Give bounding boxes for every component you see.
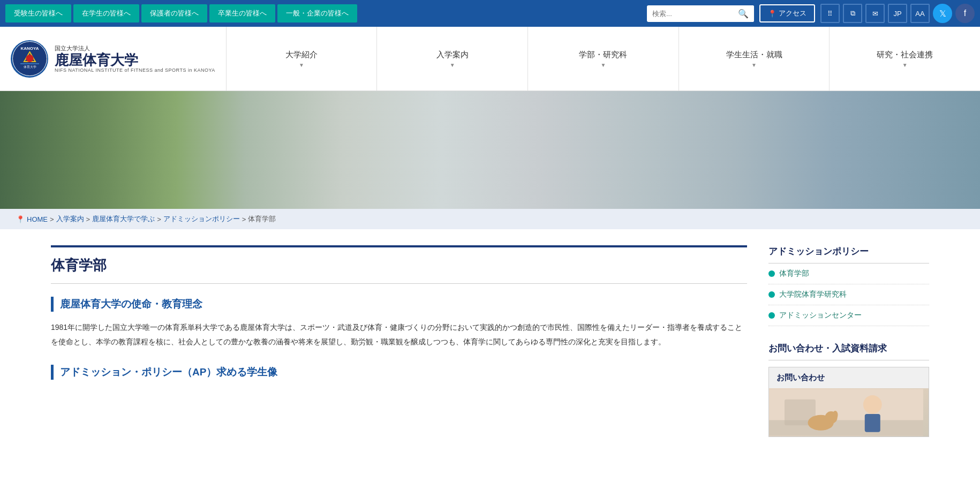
content-divider <box>51 283 747 284</box>
breadcrumb: 📍 HOME > 入学案内 > 鹿屋体育大学で学ぶ > アドミッションポリシー … <box>0 209 980 229</box>
top-nav: 受験生の皆様へ 在学生の皆様へ 保護者の皆様へ 卒業生の皆様へ 一般・企業の皆様… <box>5 4 640 22</box>
search-button[interactable]: 🔍 <box>733 5 754 22</box>
access-button[interactable]: 📍 アクセス <box>759 4 815 22</box>
main-layout: 体育学部 鹿屋体育大学の使命・教育理念 1981年に開学した国立大学唯一の体育系… <box>35 229 945 469</box>
sidebar-link-center[interactable]: アドミッションセンター <box>779 311 862 320</box>
section2-heading-text: アドミッション・ポリシー（AP）求める学生像 <box>60 365 277 379</box>
chevron-down-icon: ▼ <box>600 62 606 68</box>
nav-about[interactable]: 大学紹介 ▼ <box>226 27 377 91</box>
sidebar-link-pe[interactable]: 体育学部 <box>779 269 809 278</box>
location-icon: 📍 <box>768 10 777 18</box>
sidebar: アドミッションポリシー 体育学部 大学院体育学研究科 アドミッションセンター お… <box>768 245 929 453</box>
sidebar-contact-header: お問い合わせ <box>769 367 929 388</box>
section-heading-bar <box>51 297 54 312</box>
chevron-down-icon: ▼ <box>751 62 757 68</box>
bullet-dot <box>768 312 775 319</box>
content-title-bar: 体育学部 <box>51 245 747 275</box>
search-area: 🔍 <box>647 5 754 22</box>
svg-text:KANOYA: KANOYA <box>20 46 39 51</box>
list-item: アドミッションセンター <box>768 305 929 326</box>
hero-background: Admission 入学案内 <box>0 91 980 209</box>
chevron-down-icon: ▼ <box>902 62 908 68</box>
nav-admission[interactable]: 入学案内 ▼ <box>376 27 527 91</box>
breadcrumb-learn[interactable]: 鹿屋体育大学で学ぶ <box>92 214 155 224</box>
university-name: 鹿屋体育大学 <box>55 52 215 68</box>
top-bar: 受験生の皆様へ 在学生の皆様へ 保護者の皆様へ 卒業生の皆様へ 一般・企業の皆様… <box>0 0 980 27</box>
top-icons: ⠿ ⧉ ✉ JP AA 𝕏 f <box>820 4 975 23</box>
section1-body: 1981年に開学した国立大学唯一の体育系単科大学である鹿屋体育大学は、スポーツ・… <box>51 320 747 349</box>
svg-text:体育大学: 体育大学 <box>23 65 36 69</box>
sidebar-policy-section: アドミッションポリシー 体育学部 大学院体育学研究科 アドミッションセンター <box>768 245 929 326</box>
copy-icon-btn[interactable]: ⧉ <box>843 4 862 23</box>
nav-research[interactable]: 研究・社会連携 ▼ <box>829 27 980 91</box>
logo-area: KANOYA 体育大学 国立大学法人 鹿屋体育大学 NIFS NATIONAL … <box>0 40 226 78</box>
breadcrumb-policy[interactable]: アドミッションポリシー <box>163 214 240 224</box>
org-label: 国立大学法人 <box>55 44 215 52</box>
sidebar-contact-title: お問い合わせ・入試資料請求 <box>768 342 929 360</box>
breadcrumb-admission[interactable]: 入学案内 <box>56 214 84 224</box>
chevron-down-icon: ▼ <box>450 62 455 68</box>
list-item: 大学院体育学研究科 <box>768 284 929 305</box>
sidebar-links-list: 体育学部 大学院体育学研究科 アドミッションセンター <box>768 263 929 326</box>
logo-text-area: 国立大学法人 鹿屋体育大学 NIFS NATIONAL INSTITUTE of… <box>55 44 215 73</box>
page-title: 体育学部 <box>51 256 747 275</box>
top-nav-students[interactable]: 在学生の皆様へ <box>73 4 139 22</box>
twitter-btn[interactable]: 𝕏 <box>933 4 952 23</box>
top-nav-applicants[interactable]: 受験生の皆様へ <box>5 4 71 22</box>
chevron-down-icon: ▼ <box>299 62 304 68</box>
main-nav: 大学紹介 ▼ 入学案内 ▼ 学部・研究科 ▼ 学生生活・就職 ▼ 研究・社会連携… <box>226 27 980 91</box>
nav-student-life[interactable]: 学生生活・就職 ▼ <box>679 27 830 91</box>
bullet-dot <box>768 291 775 298</box>
breadcrumb-location-icon: 📍 <box>16 215 25 223</box>
breadcrumb-home[interactable]: HOME <box>27 215 48 223</box>
section1-heading: 鹿屋体育大学の使命・教育理念 <box>51 297 747 312</box>
nav-faculty[interactable]: 学部・研究科 ▼ <box>527 27 679 91</box>
language-btn[interactable]: JP <box>888 4 907 23</box>
sidebar-contact-section: お問い合わせ・入試資料請求 お問い合わせ <box>768 342 929 437</box>
list-item: 体育学部 <box>768 263 929 284</box>
bullet-dot <box>768 270 775 277</box>
breadcrumb-current: 体育学部 <box>248 214 276 224</box>
top-nav-general[interactable]: 一般・企業の皆様へ <box>277 4 357 22</box>
svg-point-9 <box>863 395 882 414</box>
section1-heading-text: 鹿屋体育大学の使命・教育理念 <box>60 297 202 311</box>
logo-emblem: KANOYA 体育大学 <box>11 40 48 78</box>
font-size-btn[interactable]: AA <box>910 4 930 23</box>
section-heading-bar-2 <box>51 365 54 380</box>
svg-point-3 <box>26 55 33 62</box>
top-nav-alumni[interactable]: 卒業生の皆様へ <box>209 4 275 22</box>
sidebar-policy-title: アドミッションポリシー <box>768 245 929 263</box>
svg-point-13 <box>833 411 838 419</box>
facebook-btn[interactable]: f <box>955 4 975 23</box>
top-nav-parents[interactable]: 保護者の皆様へ <box>141 4 207 22</box>
sidebar-contact-box: お問い合わせ <box>768 367 929 437</box>
sidebar-link-grad[interactable]: 大学院体育学研究科 <box>779 290 847 299</box>
nifs-label: NIFS NATIONAL INSTITUTE of FITNESS and S… <box>55 67 215 73</box>
sitemap-icon-btn[interactable]: ⠿ <box>820 4 840 23</box>
search-input[interactable] <box>647 6 733 21</box>
header: KANOYA 体育大学 国立大学法人 鹿屋体育大学 NIFS NATIONAL … <box>0 27 980 91</box>
hero-section: Admission 入学案内 <box>0 91 980 209</box>
svg-rect-10 <box>865 414 880 432</box>
mail-icon-btn[interactable]: ✉ <box>865 4 885 23</box>
section2-heading: アドミッション・ポリシー（AP）求める学生像 <box>51 365 747 380</box>
sidebar-contact-image <box>769 388 929 436</box>
content-area: 体育学部 鹿屋体育大学の使命・教育理念 1981年に開学した国立大学唯一の体育系… <box>51 245 747 453</box>
